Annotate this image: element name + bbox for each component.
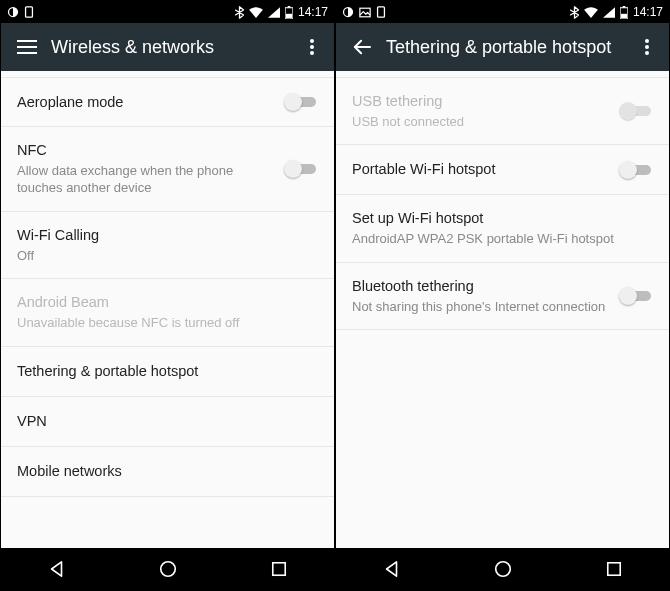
svg-rect-18 — [621, 13, 627, 17]
row-subtitle: Unavailable because NFC is turned off — [17, 314, 318, 332]
svg-rect-17 — [623, 6, 626, 8]
svg-rect-14 — [360, 8, 370, 17]
toggle-switch — [619, 101, 653, 121]
hamburger-icon — [17, 40, 37, 54]
wifi-icon — [584, 7, 598, 18]
svg-point-21 — [645, 45, 649, 49]
home-button[interactable] — [138, 548, 198, 590]
svg-rect-12 — [272, 563, 284, 575]
recent-button[interactable] — [249, 548, 309, 590]
svg-rect-1 — [26, 7, 33, 17]
row-subtitle: AndroidAP WPA2 PSK portable Wi-Fi hotspo… — [352, 230, 653, 248]
svg-rect-15 — [378, 7, 385, 17]
row-title: Bluetooth tethering — [352, 277, 609, 296]
toggle-switch[interactable] — [619, 160, 653, 180]
row-title: Portable Wi-Fi hotspot — [352, 160, 609, 179]
row-text: Wi-Fi CallingOff — [17, 226, 318, 264]
row-subtitle: Not sharing this phone's Internet connec… — [352, 298, 609, 316]
action-bar: Tethering & portable hotspot — [336, 23, 669, 71]
row-title: USB tethering — [352, 92, 609, 111]
home-button[interactable] — [473, 548, 533, 590]
row-subtitle: USB not connected — [352, 113, 609, 131]
row-text: Android BeamUnavailable because NFC is t… — [17, 293, 318, 331]
setting-row-android-beam: Android BeamUnavailable because NFC is t… — [1, 279, 334, 346]
row-text: VPN — [17, 412, 318, 431]
more-vert-icon — [310, 39, 314, 55]
svg-point-8 — [310, 39, 314, 43]
status-bar: 14:17 — [336, 1, 669, 23]
svg-point-23 — [495, 562, 510, 577]
setting-row-usb-tethering: USB tetheringUSB not connected — [336, 77, 669, 145]
setting-row-set-up-wi-fi-hotspot[interactable]: Set up Wi-Fi hotspotAndroidAP WPA2 PSK p… — [336, 195, 669, 262]
navigation-bar — [1, 548, 334, 590]
clock-text: 14:17 — [298, 5, 328, 19]
row-title: Mobile networks — [17, 462, 318, 481]
wifi-icon — [249, 7, 263, 18]
row-title: Wi-Fi Calling — [17, 226, 318, 245]
navigation-bar — [336, 548, 669, 590]
bluetooth-icon — [570, 6, 579, 19]
setting-row-vpn[interactable]: VPN — [1, 397, 334, 447]
row-text: Set up Wi-Fi hotspotAndroidAP WPA2 PSK p… — [352, 209, 653, 247]
svg-rect-24 — [607, 563, 619, 575]
portrait-lock-icon — [376, 6, 386, 18]
more-vert-icon — [645, 39, 649, 55]
svg-point-9 — [310, 45, 314, 49]
svg-point-10 — [310, 51, 314, 55]
image-notif-icon — [359, 7, 371, 18]
overflow-button[interactable] — [635, 39, 659, 55]
battery-icon — [285, 6, 293, 19]
row-text: Portable Wi-Fi hotspot — [352, 160, 609, 179]
settings-list: USB tetheringUSB not connectedPortable W… — [336, 71, 669, 548]
toggle-switch[interactable] — [284, 159, 318, 179]
row-text: Aeroplane mode — [17, 93, 274, 112]
back-button[interactable] — [27, 548, 87, 590]
up-button[interactable] — [346, 39, 378, 55]
svg-point-20 — [645, 39, 649, 43]
svg-point-22 — [645, 51, 649, 55]
action-bar: Wireless & networks — [1, 23, 334, 71]
row-title: NFC — [17, 141, 274, 160]
svg-point-11 — [160, 562, 175, 577]
row-subtitle: Allow data exchange when the phone touch… — [17, 162, 274, 197]
svg-rect-3 — [288, 6, 291, 8]
arrow-back-icon — [352, 39, 372, 55]
row-text: Bluetooth tetheringNot sharing this phon… — [352, 277, 609, 315]
battery-icon — [620, 6, 628, 19]
portrait-lock-icon — [24, 6, 34, 18]
status-bar: 14:17 — [1, 1, 334, 23]
setting-row-portable-wi-fi-hotspot[interactable]: Portable Wi-Fi hotspot — [336, 145, 669, 195]
phone-right: 14:17 Tethering & portable hotspot USB t… — [336, 1, 669, 590]
row-title: Set up Wi-Fi hotspot — [352, 209, 653, 228]
row-title: Aeroplane mode — [17, 93, 274, 112]
cell-signal-icon — [268, 7, 280, 18]
menu-button[interactable] — [11, 40, 43, 54]
clock-text: 14:17 — [633, 5, 663, 19]
setting-row-mobile-networks[interactable]: Mobile networks — [1, 447, 334, 497]
recent-button[interactable] — [584, 548, 644, 590]
row-title: Android Beam — [17, 293, 318, 312]
row-title: VPN — [17, 412, 318, 431]
page-title: Tethering & portable hotspot — [378, 37, 635, 58]
setting-row-wi-fi-calling[interactable]: Wi-Fi CallingOff — [1, 212, 334, 279]
back-button[interactable] — [362, 548, 422, 590]
overflow-button[interactable] — [300, 39, 324, 55]
phone-left: 14:17 Wireless & networks Aeroplane mode… — [1, 1, 334, 590]
setting-row-tethering-portable-hotspot[interactable]: Tethering & portable hotspot — [1, 347, 334, 397]
setting-row-aeroplane-mode[interactable]: Aeroplane mode — [1, 77, 334, 127]
page-title: Wireless & networks — [43, 37, 300, 58]
setting-row-nfc[interactable]: NFCAllow data exchange when the phone to… — [1, 127, 334, 212]
row-text: Mobile networks — [17, 462, 318, 481]
toggle-switch[interactable] — [284, 92, 318, 112]
row-text: Tethering & portable hotspot — [17, 362, 318, 381]
app-badge-icon — [342, 6, 354, 18]
row-text: USB tetheringUSB not connected — [352, 92, 609, 130]
settings-list: Aeroplane modeNFCAllow data exchange whe… — [1, 71, 334, 548]
toggle-switch[interactable] — [619, 286, 653, 306]
setting-row-bluetooth-tethering[interactable]: Bluetooth tetheringNot sharing this phon… — [336, 263, 669, 330]
row-subtitle: Off — [17, 247, 318, 265]
cell-signal-icon — [603, 7, 615, 18]
row-title: Tethering & portable hotspot — [17, 362, 318, 381]
bluetooth-icon — [235, 6, 244, 19]
svg-rect-4 — [286, 13, 292, 17]
